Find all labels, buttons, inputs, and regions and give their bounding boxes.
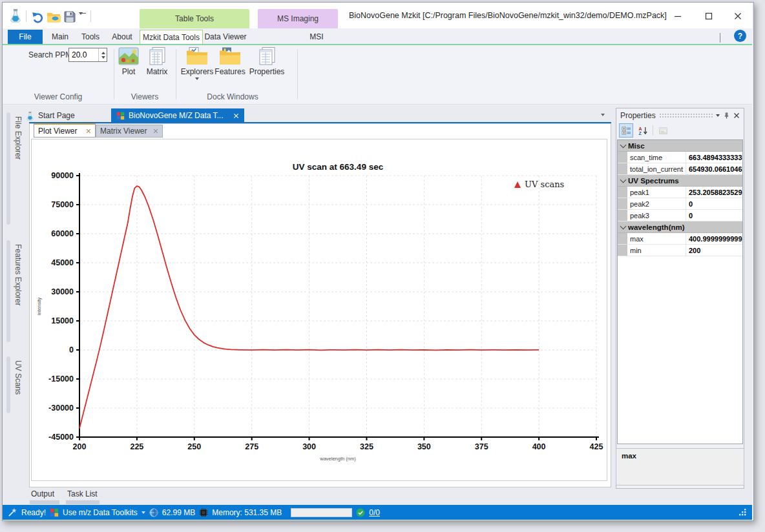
property-category[interactable]: Misc [618,140,742,152]
tab-matrix-viewer[interactable]: Matrix Viewer [96,125,163,138]
properties-toolbar: AZ [616,123,744,138]
close-icon[interactable] [86,128,91,134]
doc-tab-label: BioNovoGene M/Z Data T... [129,111,229,120]
plot-button-label: Plot [122,67,136,76]
property-row[interactable]: max400.9999999999 [618,233,742,245]
property-value[interactable]: 400.9999999999 [686,233,742,244]
tab-main[interactable]: Main [45,30,75,44]
panel-menu-button[interactable] [716,114,720,117]
tab-mzkit-data-tools[interactable]: Mzkit Data Tools [140,30,203,44]
help-button[interactable]: ? [734,30,746,42]
svg-text:UV scans: UV scans [525,179,564,189]
svg-text:Z: Z [638,131,642,136]
tab-file[interactable]: File [8,30,43,44]
status-tasks-link[interactable]: 0/0 [369,508,380,517]
close-button[interactable] [728,8,748,25]
property-value[interactable]: 0 [686,210,742,221]
resize-grip[interactable] [739,508,747,517]
search-ppm-label: Search PPM [28,50,72,59]
close-icon[interactable] [153,128,158,134]
search-ppm-stepper[interactable] [98,48,107,61]
qat-dropdown-button[interactable] [79,13,87,24]
property-category-label: wavelength(nm) [628,223,685,231]
doc-tab-start-page[interactable]: Start Page [26,108,107,123]
explorers-folder-icon [186,46,208,66]
svg-text:UV scan at 663.49 sec: UV scan at 663.49 sec [293,162,384,172]
sidebar-item-uv-scans[interactable]: UV Scans [4,355,26,414]
features-button[interactable]: Features [214,46,246,76]
panel-title-texture [659,113,713,118]
property-row[interactable]: peak20 [618,198,742,210]
save-button[interactable] [63,10,76,23]
row-margin [618,233,627,244]
sidebar-item-features-explorer[interactable]: Features Explorer [4,239,26,343]
property-value[interactable]: 200 [686,245,742,256]
property-row[interactable]: scan_time663.4894333333 [618,152,742,163]
tab-msi[interactable]: MSI [292,30,341,44]
maximize-button[interactable] [698,8,719,25]
property-row[interactable]: peak30 [618,210,742,221]
status-toolkits-button[interactable]: Use m/z Data Toolkits [63,508,138,517]
spinner-up-icon[interactable] [101,52,105,54]
property-value[interactable]: 0 [686,198,742,209]
sort-alphabetical-button[interactable]: AZ [636,123,650,138]
tab-about[interactable]: About [106,30,138,44]
doc-tab-active[interactable]: BioNovoGene M/Z Data T... [111,108,244,123]
contextual-tab-ms-imaging[interactable]: MS Imaging [258,9,338,28]
property-value[interactable]: 654930.0661046 [686,163,742,174]
row-margin [618,163,627,174]
svg-text:45000: 45000 [51,258,74,267]
doc-tab-overflow-button[interactable] [601,114,605,116]
collapse-icon[interactable] [620,223,627,229]
contextual-tab-table-tools[interactable]: Table Tools [140,9,249,28]
flask-icon [26,111,34,121]
row-margin [618,210,627,221]
tab-tools[interactable]: Tools [75,30,106,44]
sidebar-item-file-explorer[interactable]: File Explorer [4,111,26,226]
undo-button[interactable] [31,10,44,23]
explorers-button[interactable]: Explorers [179,46,215,80]
property-value[interactable]: 663.4894333333 [686,152,742,163]
svg-text:350: 350 [417,442,431,451]
matrix-sheet-icon [147,46,167,66]
categorized-view-button[interactable] [619,123,633,138]
open-folder-button[interactable] [47,10,61,23]
property-value[interactable]: 253.2058823529 [686,187,742,198]
svg-text:intensity: intensity [36,297,42,315]
group-separator [176,49,176,99]
pin-icon[interactable] [723,112,730,119]
plot-button[interactable]: Plot [116,46,141,76]
properties-button[interactable]: Properties [247,46,286,76]
property-key: peak2 [627,198,686,209]
chevron-up-icon [720,33,720,43]
close-icon[interactable] [733,112,740,119]
status-disk-label: 62.99 MB [162,508,195,517]
bottom-tab-output[interactable]: Output [31,489,54,498]
spinner-down-icon[interactable] [101,56,105,59]
tab-data-viewer[interactable]: Data Viewer [203,30,248,44]
svg-text:200: 200 [73,442,87,451]
caret-down-icon[interactable] [141,511,145,514]
matrix-button[interactable]: Matrix [142,46,172,76]
collapse-icon[interactable] [620,141,627,148]
uv-scan-chart[interactable]: 9000075000600004500030000150000-15000-30… [31,139,607,481]
property-row[interactable]: total_ion_current654930.0661046 [618,163,742,175]
ribbon-collapse-button[interactable] [720,34,720,43]
divider [653,125,653,136]
status-bar: Ready! Use m/z Data Toolkits 62.99 MB Me… [3,505,752,520]
collapse-icon[interactable] [620,176,627,183]
property-category[interactable]: UV Spectrums [618,175,742,187]
tab-indicator [6,356,10,413]
group-viewer-config: Viewer Config [6,92,110,101]
close-icon[interactable] [233,113,239,119]
sidebar-item-label: UV Scans [14,360,23,394]
bottom-tab-task-list[interactable]: Task List [67,489,98,498]
property-row[interactable]: min200 [618,245,742,256]
doc-tab-label: Start Page [38,111,75,120]
property-category[interactable]: wavelength(nm) [618,221,742,233]
property-row[interactable]: peak1253.2058823529 [618,187,742,198]
minimize-button[interactable] [667,8,688,25]
svg-text:400: 400 [532,442,546,451]
sidebar-item-label: Features Explorer [14,244,23,305]
tab-plot-viewer[interactable]: Plot Viewer [34,123,96,138]
